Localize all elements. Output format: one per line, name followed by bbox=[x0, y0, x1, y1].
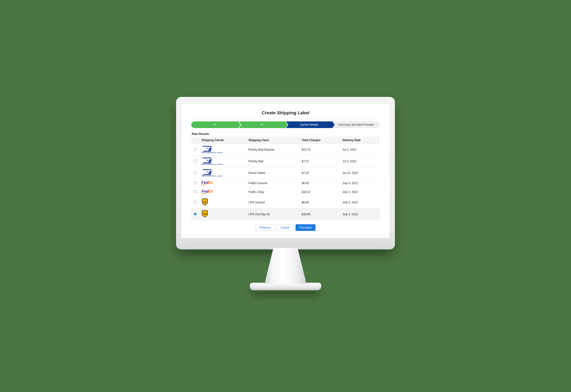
col-carrier: Shipping Carrier bbox=[199, 137, 246, 144]
col-class: Shipping Class bbox=[246, 137, 299, 144]
rate-carrier-cell: ups bbox=[199, 196, 246, 208]
rate-class-cell: UPS 2nd Day Air bbox=[246, 208, 299, 220]
rate-delivery-cell: July 4, 2022 bbox=[340, 208, 380, 220]
svg-text:ups: ups bbox=[203, 213, 207, 215]
rate-results-heading: Rate Results bbox=[192, 132, 380, 136]
ups-logo-icon: ups bbox=[201, 198, 208, 206]
rate-charges-cell: $8.45 bbox=[299, 179, 340, 188]
rate-select-cell bbox=[191, 208, 199, 220]
check-icon bbox=[213, 123, 216, 126]
usps-logo-icon: UNITED STATES POSTAL SERVICE bbox=[201, 169, 212, 177]
rate-charges-cell: $8.95 bbox=[299, 196, 340, 208]
rate-class-cell: Priority Mail Express bbox=[246, 144, 299, 156]
col-charges: Total Charges bbox=[299, 137, 340, 144]
rate-select-cell bbox=[191, 188, 199, 196]
rate-select-cell bbox=[191, 196, 199, 208]
rate-carrier-cell: UNITED STATES POSTAL SERVICE bbox=[199, 156, 246, 167]
purchase-button[interactable]: Purchase bbox=[296, 224, 316, 231]
rate-charges-cell: $7.22 bbox=[299, 167, 340, 179]
rate-radio[interactable] bbox=[194, 212, 197, 215]
usps-logo-icon: UNITED STATES POSTAL SERVICE bbox=[201, 157, 212, 165]
rate-row[interactable]: UNITED STATES POSTAL SERVICE Priority Ma… bbox=[191, 156, 380, 167]
monitor-mockup: Create Shipping Label Carrier DetailsSum… bbox=[176, 97, 395, 290]
wizard-step-1[interactable] bbox=[191, 121, 238, 128]
rate-delivery-cell: July 2, 2022 bbox=[340, 188, 380, 196]
rate-select-cell bbox=[191, 179, 199, 188]
rate-class-cell: Parcel Select bbox=[246, 167, 299, 179]
wizard-step-label bbox=[213, 123, 216, 127]
check-icon bbox=[260, 123, 264, 126]
wizard-step-label: Carrier Details bbox=[300, 123, 318, 126]
monitor-neck bbox=[265, 248, 306, 284]
previous-button[interactable]: Previous bbox=[255, 224, 275, 231]
rate-class-cell: FedEx Ground bbox=[246, 179, 299, 188]
monitor-bezel: Create Shipping Label Carrier DetailsSum… bbox=[176, 97, 395, 250]
ups-logo-icon: ups bbox=[201, 210, 208, 217]
usps-logo-icon: UNITED STATES POSTAL SERVICE bbox=[201, 146, 212, 154]
rate-row[interactable]: UNITED STATES POSTAL SERVICE Priority Ma… bbox=[191, 144, 380, 156]
rate-delivery-cell: July 6, 2022 bbox=[340, 196, 380, 208]
wizard-stepper: Carrier DetailsSummary and label Preview bbox=[191, 121, 380, 128]
fedex-logo-icon: FedEx Express bbox=[201, 181, 213, 185]
rate-radio[interactable] bbox=[194, 159, 197, 163]
rate-radio[interactable] bbox=[194, 190, 197, 193]
rate-row[interactable]: ups UPS Ground$8.95July 6, 2022 bbox=[191, 196, 380, 208]
rate-charges-cell: $23.75 bbox=[299, 144, 340, 156]
rate-delivery-cell: July 5, 2022 bbox=[340, 179, 380, 188]
rate-radio[interactable] bbox=[194, 148, 197, 151]
page-title: Create Shipping Label bbox=[191, 110, 380, 115]
wizard-step-label bbox=[260, 123, 264, 127]
rate-results-table: Shipping Carrier Shipping Class Total Ch… bbox=[191, 137, 380, 220]
title-divider bbox=[191, 118, 380, 118]
rate-charges-cell: $7.37 bbox=[299, 156, 340, 167]
rate-radio[interactable] bbox=[194, 200, 197, 204]
monitor-foot bbox=[250, 283, 321, 290]
rate-delivery-cell: Jul 10, 2022 bbox=[340, 167, 380, 179]
rate-row[interactable]: FedEx Express FedEx 2Day$10.22July 2, 20… bbox=[191, 188, 380, 196]
rate-select-cell bbox=[191, 156, 199, 167]
wizard-step-3[interactable]: Carrier Details bbox=[286, 121, 333, 128]
rate-select-cell bbox=[191, 144, 199, 156]
action-bar: Previous Cancel Purchase bbox=[191, 224, 380, 231]
rate-class-cell: FedEx 2Day bbox=[246, 188, 299, 196]
rate-charges-cell: $10.22 bbox=[299, 188, 340, 196]
rate-carrier-cell: UNITED STATES POSTAL SERVICE bbox=[199, 144, 246, 156]
cancel-button[interactable]: Cancel bbox=[276, 224, 293, 231]
rate-select-cell bbox=[191, 167, 199, 179]
rate-row[interactable]: UNITED STATES POSTAL SERVICE Parcel Sele… bbox=[191, 167, 380, 179]
wizard-step-4: Summary and label Preview bbox=[333, 121, 380, 128]
rate-carrier-cell: UNITED STATES POSTAL SERVICE bbox=[199, 167, 246, 179]
rate-row[interactable]: FedEx Express FedEx Ground$8.45July 5, 2… bbox=[191, 179, 380, 188]
col-delivery: Delivery Date bbox=[340, 137, 380, 144]
rate-delivery-cell: Jul 2, 2022 bbox=[340, 144, 380, 156]
rate-radio[interactable] bbox=[194, 171, 197, 174]
rate-radio[interactable] bbox=[194, 181, 197, 184]
rate-delivery-cell: Jul 3, 2022 bbox=[340, 156, 380, 167]
rate-charges-cell: $16.95 bbox=[299, 208, 340, 220]
wizard-step-label: Summary and label Preview bbox=[338, 123, 374, 126]
app-screen: Create Shipping Label Carrier DetailsSum… bbox=[181, 104, 390, 238]
rate-carrier-cell: FedEx Express bbox=[199, 179, 246, 188]
rate-carrier-cell: ups bbox=[199, 208, 246, 220]
svg-text:ups: ups bbox=[203, 201, 207, 203]
fedex-logo-icon: FedEx Express bbox=[201, 190, 213, 194]
rate-row[interactable]: ups UPS 2nd Day Air$16.95July 4, 2022 bbox=[191, 208, 380, 220]
rate-class-cell: Priority Mail bbox=[246, 156, 299, 167]
col-select bbox=[191, 137, 199, 144]
wizard-step-2[interactable] bbox=[238, 121, 286, 128]
rate-class-cell: UPS Ground bbox=[246, 196, 299, 208]
rate-carrier-cell: FedEx Express bbox=[199, 188, 246, 196]
